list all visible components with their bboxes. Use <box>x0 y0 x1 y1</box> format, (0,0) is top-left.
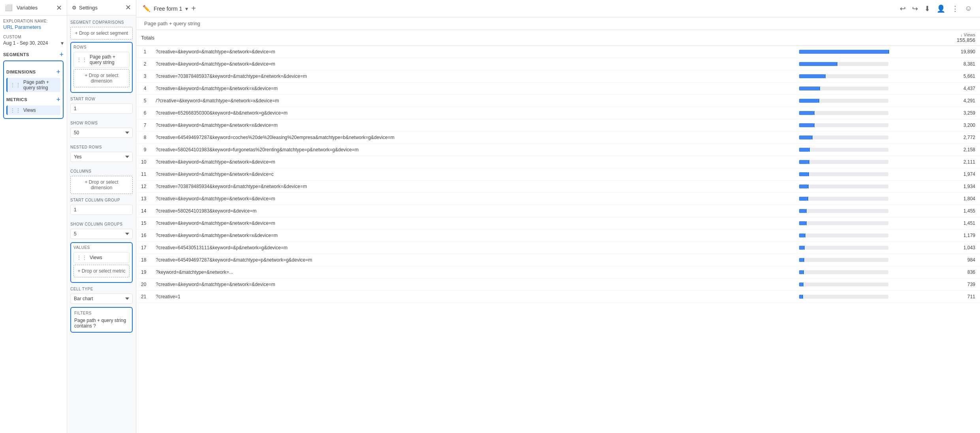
show-column-groups-select[interactable]: 5 1 2 3 4 10 <box>70 229 133 239</box>
exploration-name-value[interactable]: URL Parameters <box>3 24 64 30</box>
row-views-value: 2,772 <box>893 132 980 144</box>
data-table-wrapper[interactable]: Totals ↓ Views 155,856 1 ?creative=&keyw… <box>136 30 980 433</box>
row-number: 6 <box>136 107 151 119</box>
row-views-value: 4,437 <box>893 83 980 95</box>
share-button[interactable]: 👤 <box>935 3 947 15</box>
rows-item-page-path[interactable]: ⋮⋮ Page path + query string <box>73 52 130 68</box>
variables-panel-header: ⬜ Variables ✕ <box>0 0 67 16</box>
row-number: 2 <box>136 58 151 70</box>
settings-title: Settings <box>79 5 98 11</box>
filter-text[interactable]: Page path + query string contains ? <box>74 318 129 329</box>
row-url[interactable]: ?creative=&keyword=&matchtype=&network=&… <box>151 217 794 230</box>
nested-rows-select[interactable]: Yes No <box>70 152 133 162</box>
table-row: 7 ?creative=&keyword=&matchtype=&network… <box>136 119 980 132</box>
row-bar-chart <box>794 279 893 291</box>
add-segment-button[interactable]: + <box>59 51 64 58</box>
row-views-value: 836 <box>893 266 980 279</box>
row-url[interactable]: ?creative=652668350300&keyword=&b&networ… <box>151 107 794 119</box>
tab-dropdown-button[interactable]: ▾ <box>185 6 188 12</box>
row-url[interactable]: ?creative=703878485937&keyword=&matchtyp… <box>151 70 794 83</box>
show-rows-select[interactable]: 50 5 10 25 100 250 500 <box>70 128 133 138</box>
download-button[interactable]: ⬇ <box>923 3 932 15</box>
values-item-views[interactable]: ⋮⋮ Views <box>73 252 130 263</box>
cell-type-select[interactable]: Bar chart Heat map Plain text <box>70 294 133 304</box>
row-views-value: 2,158 <box>893 144 980 156</box>
row-url[interactable]: ?creative=645430513111&keyword=&p&networ… <box>151 242 794 254</box>
row-url[interactable]: ?creative=&keyword=&matchtype=&network=&… <box>151 46 794 58</box>
row-views-value: 5,661 <box>893 70 980 83</box>
row-url[interactable]: ?creative=&keyword=&matchtype=&network=&… <box>151 193 794 205</box>
row-url[interactable]: ?creative=645494697287&keyword=&matchtyp… <box>151 254 794 266</box>
row-url[interactable]: ?creative=645494697287&keyword=coches%20… <box>151 132 794 144</box>
views-column-header: ↓ Views <box>957 32 975 37</box>
metric-item-views[interactable]: ⋮⋮ Views <box>6 105 60 115</box>
row-url[interactable]: ?creative=&keyword=&matchtype=&network=x… <box>151 230 794 242</box>
row-url[interactable]: /?creative=&keyword=&matchtype=&network=… <box>151 95 794 107</box>
more-button[interactable]: ⋮ <box>950 3 960 15</box>
row-bar-chart <box>794 70 893 83</box>
show-rows-label: SHOW ROWS <box>70 121 133 125</box>
row-url[interactable]: ?creative=&keyword=&matchtype=&network=&… <box>151 279 794 291</box>
add-dimension-button[interactable]: + <box>56 68 60 75</box>
redo-button[interactable]: ↪ <box>910 3 920 15</box>
row-bar-chart <box>794 46 893 58</box>
settings-close-button[interactable]: ✕ <box>125 4 131 11</box>
row-url[interactable]: ?creative=&keyword=&matchtype=&network=&… <box>151 58 794 70</box>
row-views-value: 711 <box>893 291 980 303</box>
row-views-value: 3,200 <box>893 119 980 132</box>
add-metric-button[interactable]: + <box>56 96 60 103</box>
row-number: 3 <box>136 70 151 83</box>
row-url[interactable]: ?creative=&keyword=&matchtype=&network=x… <box>151 83 794 95</box>
row-url[interactable]: ?creative=580264101983&keyword=furgoneta… <box>151 144 794 156</box>
row-number: 19 <box>136 266 151 279</box>
table-row: 10 ?creative=&keyword=&matchtype=&networ… <box>136 156 980 168</box>
values-label: VALUES <box>73 245 130 250</box>
row-number: 5 <box>136 95 151 107</box>
top-bar: ✏️ Free form 1 ▾ + ↩ ↪ ⬇ 👤 ⋮ ☺ <box>136 0 980 17</box>
row-number: 7 <box>136 119 151 132</box>
row-number: 11 <box>136 168 151 181</box>
dimensions-highlighted-section: DIMENSIONS + ⋮⋮ Page path + query string… <box>3 60 64 119</box>
show-column-groups-label: SHOW COLUMN GROUPS <box>70 222 133 226</box>
exploration-name-section: EXPLORATION NAME: URL Parameters <box>3 19 64 30</box>
drop-metric-zone[interactable]: + Drop or select metric <box>73 265 130 277</box>
row-views-value: 1,974 <box>893 168 980 181</box>
date-range-picker[interactable]: Aug 1 - Sep 30, 2024 ▾ <box>3 40 64 46</box>
row-number: 16 <box>136 230 151 242</box>
add-tab-button[interactable]: + <box>191 4 196 13</box>
row-bar-chart <box>794 58 893 70</box>
feedback-button[interactable]: ☺ <box>963 3 974 14</box>
variables-close-button[interactable]: ✕ <box>56 4 62 11</box>
row-url[interactable]: ?creative=&keyword=&matchtype=&network=&… <box>151 168 794 181</box>
values-item-label: Views <box>90 255 102 260</box>
dimension-item-label: Page path + query string <box>23 79 58 90</box>
drop-dimension-rows-zone[interactable]: + Drop or select dimension <box>73 69 130 87</box>
start-column-group-input[interactable] <box>70 205 133 215</box>
row-url[interactable]: ?creative=703878485934&keyword=&matchtyp… <box>151 181 794 193</box>
settings-content: SEGMENT COMPARISONS + Drop or select seg… <box>67 15 136 338</box>
row-number: 18 <box>136 254 151 266</box>
row-number: 13 <box>136 193 151 205</box>
row-views-value: 19,890 <box>893 46 980 58</box>
row-url[interactable]: ?keyword=&matchtype=&network=... <box>151 266 794 279</box>
row-number: 12 <box>136 181 151 193</box>
table-row: 8 ?creative=645494697287&keyword=coches%… <box>136 132 980 144</box>
settings-panel: ⚙ Settings ✕ SEGMENT COMPARISONS + Drop … <box>67 0 136 433</box>
totals-value: 155,856 <box>957 37 975 43</box>
row-url[interactable]: ?creative=580264101983&keyword=&device=m <box>151 205 794 217</box>
dimension-item-page-path[interactable]: ⋮⋮ Page path + query string <box>6 78 60 92</box>
row-url[interactable]: ?creative=1 <box>151 291 794 303</box>
start-row-input[interactable] <box>70 104 133 114</box>
row-url[interactable]: ?creative=&keyword=&matchtype=&network=x… <box>151 119 794 132</box>
row-number: 17 <box>136 242 151 254</box>
tab-free-form-1[interactable]: Free form 1 <box>154 6 182 12</box>
row-url[interactable]: ?creative=&keyword=&matchtype=&network=&… <box>151 156 794 168</box>
table-row: 17 ?creative=645430513111&keyword=&p&net… <box>136 242 980 254</box>
row-number: 21 <box>136 291 151 303</box>
drop-column-zone[interactable]: + Drop or select dimension <box>70 176 133 194</box>
date-range-label: Custom <box>3 35 64 39</box>
undo-button[interactable]: ↩ <box>898 3 907 15</box>
row-views-value: 1,043 <box>893 242 980 254</box>
table-row: 11 ?creative=&keyword=&matchtype=&networ… <box>136 168 980 181</box>
drop-segment-zone[interactable]: + Drop or select segment <box>70 27 133 40</box>
